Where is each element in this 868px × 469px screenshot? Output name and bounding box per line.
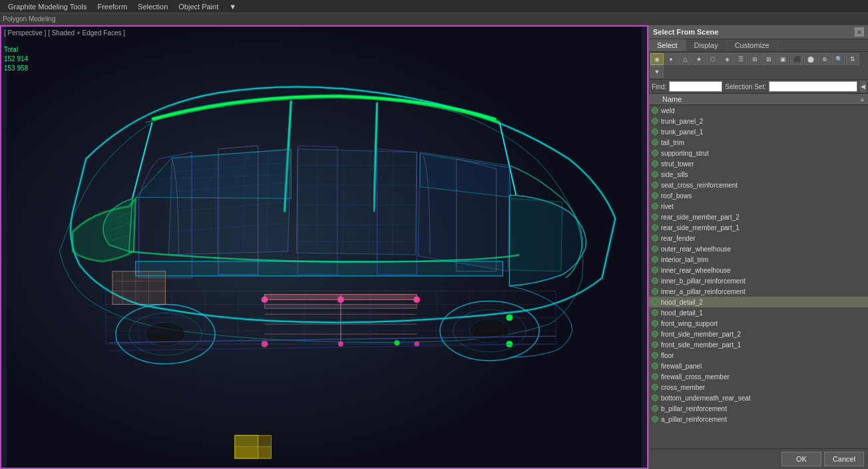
item-name: rear_side_member_part_2 bbox=[661, 214, 740, 221]
menu-dropdown[interactable]: ▼ bbox=[224, 1, 242, 12]
toolbar-btn-6[interactable]: ☰ bbox=[734, 53, 748, 65]
tab-customize[interactable]: Customize bbox=[727, 39, 778, 51]
list-item[interactable]: rear_side_member_part_1 bbox=[649, 222, 868, 233]
item-name: interior_tail_trim bbox=[661, 256, 708, 263]
list-item[interactable]: inner_a_pillar_reinforcement bbox=[649, 286, 868, 297]
ok-button[interactable]: OK bbox=[781, 452, 821, 466]
list-item[interactable]: side_sills bbox=[649, 169, 868, 180]
selection-set-input[interactable] bbox=[769, 81, 857, 92]
toolbar-btn-13[interactable]: 🔍 bbox=[832, 53, 845, 65]
list-item[interactable]: hood_detail_1 bbox=[649, 307, 868, 318]
list-item[interactable]: floor bbox=[649, 350, 868, 361]
list-item[interactable]: outer_rear_wheelhouse bbox=[649, 243, 868, 254]
viewport[interactable]: [ Perspective ] [ Shaded + Edged Faces ]… bbox=[0, 25, 648, 469]
poly-count-1: 152 914 bbox=[4, 55, 28, 64]
item-dot bbox=[652, 267, 658, 273]
list-item[interactable]: rivet bbox=[649, 201, 868, 212]
menu-graphite[interactable]: Graphite Modeling Tools bbox=[3, 1, 92, 12]
list-item[interactable]: trunk_panel_1 bbox=[649, 126, 868, 137]
svg-point-70 bbox=[262, 341, 268, 347]
list-item[interactable]: a_pillar_reinforcement bbox=[649, 414, 868, 424]
menu-selection[interactable]: Selection bbox=[132, 1, 173, 12]
item-dot bbox=[652, 118, 658, 124]
list-item[interactable]: front_side_member_part_2 bbox=[649, 329, 868, 339]
svg-point-75 bbox=[394, 340, 399, 345]
toolbar-btn-0[interactable]: ◉ bbox=[650, 53, 664, 65]
item-dot bbox=[652, 160, 658, 167]
item-name: inner_rear_wheelhouse bbox=[661, 267, 731, 274]
toolbar-btn-3[interactable]: ★ bbox=[692, 53, 706, 65]
item-dot bbox=[652, 320, 658, 327]
svg-point-69 bbox=[413, 297, 420, 303]
panel-close-button[interactable]: ✕ bbox=[855, 27, 864, 37]
item-name: trunk_panel_2 bbox=[661, 118, 703, 125]
find-input[interactable] bbox=[669, 81, 722, 92]
tab-display[interactable]: Display bbox=[686, 39, 727, 51]
item-name: side_sills bbox=[661, 171, 688, 178]
item-dot bbox=[652, 288, 658, 295]
list-item[interactable]: roof_bows bbox=[649, 190, 868, 201]
toolbar-btn-4[interactable]: ⬡ bbox=[706, 53, 720, 65]
item-dot bbox=[652, 128, 658, 135]
toolbar-btn-9[interactable]: ▣ bbox=[776, 53, 789, 65]
item-name: supporting_strut bbox=[661, 150, 709, 157]
svg-rect-43 bbox=[136, 261, 503, 276]
list-item[interactable]: bottom_underneath_rear_seat bbox=[649, 392, 868, 403]
list-item[interactable]: front_wing_support bbox=[649, 318, 868, 329]
find-row: Find: Selection Set: ◀ ≡ ⊞ ▼ bbox=[649, 80, 868, 94]
item-dot bbox=[652, 394, 658, 401]
list-item[interactable]: tail_trim bbox=[649, 137, 868, 148]
list-item[interactable]: trunk_panel_2 bbox=[649, 116, 868, 126]
list-item[interactable]: firewall_panel bbox=[649, 361, 868, 371]
item-name: hood_detail_2 bbox=[661, 299, 703, 306]
object-list[interactable]: weldtrunk_panel_2trunk_panel_1tail_trims… bbox=[649, 105, 868, 448]
select-panel: Select From Scene ✕ Select Display Custo… bbox=[648, 25, 868, 469]
list-item[interactable]: supporting_strut bbox=[649, 148, 868, 158]
toolbar-btn-1[interactable]: ● bbox=[664, 53, 678, 65]
menu-freeform[interactable]: Freeform bbox=[92, 1, 132, 12]
list-item[interactable]: firewall_cross_member bbox=[649, 371, 868, 382]
list-item[interactable]: rear_side_member_part_2 bbox=[649, 212, 868, 222]
item-name: cross_member bbox=[661, 384, 705, 391]
scroll-indicator: ▲ bbox=[859, 96, 865, 102]
toolbar-btn-5[interactable]: ◈ bbox=[720, 53, 734, 65]
selection-set-btn-1[interactable]: ◀ bbox=[860, 81, 866, 92]
viewport-mode-label: [ Perspective ] [ Shaded + Edged Faces ] bbox=[4, 29, 125, 37]
item-dot bbox=[652, 214, 658, 220]
toolbar-btn-11[interactable]: ⬤ bbox=[804, 53, 817, 65]
item-name: tail_trim bbox=[661, 139, 684, 146]
svg-point-73 bbox=[506, 314, 513, 321]
toolbar-btn-15[interactable]: ▼ bbox=[650, 66, 664, 78]
item-name: inner_a_pillar_reinforcement bbox=[661, 288, 746, 295]
list-item[interactable]: front_side_member_part_1 bbox=[649, 339, 868, 350]
name-column-header: Name bbox=[662, 95, 682, 103]
list-item[interactable]: rear_fender bbox=[649, 233, 868, 243]
car-wireframe bbox=[1, 27, 647, 468]
item-dot bbox=[652, 309, 658, 316]
toolbar-btn-14[interactable]: ⇅ bbox=[846, 53, 859, 65]
item-name: a_pillar_reinforcement bbox=[661, 416, 727, 423]
menu-object-paint[interactable]: Object Paint bbox=[173, 1, 224, 12]
list-item[interactable]: interior_tail_trim bbox=[649, 254, 868, 265]
item-name: front_wing_support bbox=[661, 320, 718, 327]
list-item[interactable]: inner_rear_wheelhouse bbox=[649, 265, 868, 275]
list-item[interactable]: cross_member bbox=[649, 382, 868, 392]
toolbar-btn-8[interactable]: ⊠ bbox=[762, 53, 775, 65]
toolbar-btn-7[interactable]: ⊞ bbox=[748, 53, 761, 65]
toolbar-btn-10[interactable]: ⬛ bbox=[790, 53, 803, 65]
list-item[interactable]: strut_tower bbox=[649, 158, 868, 169]
toolbar-btn-2[interactable]: △ bbox=[678, 53, 692, 65]
item-dot bbox=[652, 182, 658, 188]
panel-footer: OK Cancel bbox=[649, 448, 868, 469]
item-dot bbox=[652, 256, 658, 263]
list-item[interactable]: weld bbox=[649, 105, 868, 116]
list-item[interactable]: hood_detail_2 bbox=[649, 297, 868, 307]
poly-total-label: Total bbox=[4, 45, 28, 55]
toolbar-btn-12[interactable]: ⊗ bbox=[818, 53, 831, 65]
cancel-button[interactable]: Cancel bbox=[824, 452, 864, 466]
list-item[interactable]: seat_cross_reinforcement bbox=[649, 180, 868, 190]
list-item[interactable]: b_pillar_reinforcement bbox=[649, 403, 868, 414]
tab-select[interactable]: Select bbox=[649, 39, 686, 51]
list-item[interactable]: inner_b_pillar_reinforcement bbox=[649, 275, 868, 286]
item-name: firewall_cross_member bbox=[661, 373, 730, 381]
